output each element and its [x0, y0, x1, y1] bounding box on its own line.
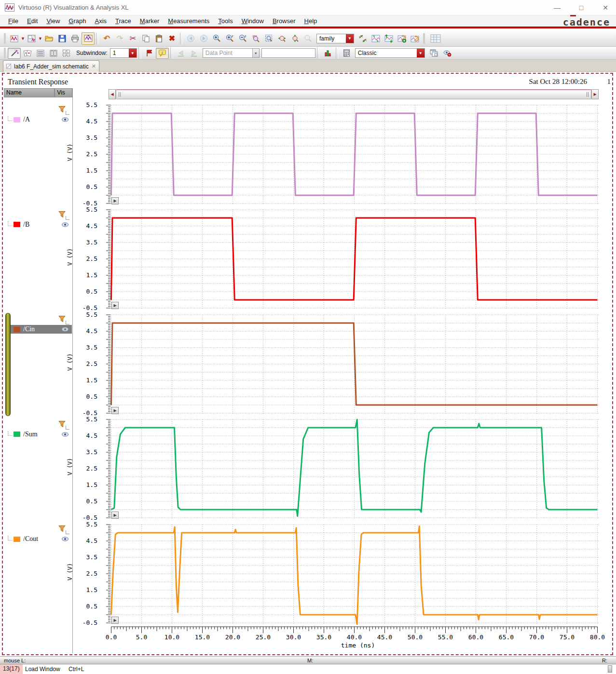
menu-view[interactable]: View: [42, 16, 64, 26]
filter-funnel-icon[interactable]: [58, 315, 68, 324]
copy-button[interactable]: [139, 32, 152, 45]
trace-color-swatch-sum[interactable]: [14, 431, 20, 437]
trace-color-swatch-b[interactable]: [14, 222, 20, 227]
visibility-eye-icon-b[interactable]: [61, 222, 69, 228]
strip-expand-button[interactable]: ▶: [111, 197, 119, 204]
histogram-button[interactable]: [321, 48, 334, 59]
redo-button[interactable]: ↷: [113, 32, 126, 45]
signal-name-a[interactable]: /A: [23, 116, 61, 123]
open-button[interactable]: [42, 32, 55, 45]
prev-point-button[interactable]: [175, 48, 188, 59]
signal-row-a[interactable]: /A: [7, 115, 72, 124]
minimize-button[interactable]: —: [553, 4, 561, 12]
menu-tools[interactable]: Tools: [214, 16, 237, 26]
waveform-plot[interactable]: [110, 418, 599, 520]
swap-axes-button[interactable]: [382, 32, 395, 45]
visibility-eye-icon-cin[interactable]: [61, 326, 69, 332]
capture-image-button[interactable]: [82, 32, 95, 45]
classic-combo[interactable]: Classic ▼: [355, 48, 425, 58]
split-strips-button[interactable]: [356, 32, 369, 45]
menu-edit[interactable]: Edit: [23, 16, 42, 26]
zoom-in-button[interactable]: [210, 32, 223, 45]
subwindow-spinner[interactable]: 1 ▼: [110, 48, 137, 58]
waveform-plot[interactable]: [110, 208, 599, 310]
trace-color-swatch-a[interactable]: [14, 117, 20, 122]
grid-layout-button[interactable]: [60, 48, 73, 59]
signal-name-cin[interactable]: /Cin: [23, 325, 61, 333]
strip-expand-button[interactable]: ▶: [111, 407, 119, 414]
selected-strip-indicator[interactable]: [5, 313, 11, 416]
new-waveform-dropdown[interactable]: ▼: [21, 33, 25, 44]
calculator-button[interactable]: [340, 48, 353, 59]
undo-button[interactable]: ↶: [100, 32, 113, 45]
value-field[interactable]: [261, 48, 315, 58]
strip-expand-button[interactable]: ▶: [111, 512, 119, 519]
table-view-button[interactable]: [427, 31, 444, 46]
menu-graph[interactable]: Graph: [64, 16, 90, 26]
hide-trace-button[interactable]: [441, 48, 454, 59]
tab-close-icon[interactable]: ✕: [92, 63, 96, 69]
classic-combo-dropdown[interactable]: ▼: [417, 49, 424, 57]
flag-button[interactable]: [143, 48, 156, 59]
visibility-eye-icon-a[interactable]: [61, 117, 69, 122]
family-combo-arrow[interactable]: ▼: [346, 34, 354, 43]
visibility-eye-icon-cout[interactable]: [61, 536, 69, 542]
previous-view-button[interactable]: [184, 32, 197, 45]
zoom-pan-button[interactable]: [249, 32, 262, 45]
trace-color-swatch-cout[interactable]: [14, 537, 20, 542]
signal-row-sum[interactable]: /Sum: [7, 430, 72, 439]
zoom-y-button[interactable]: [288, 32, 301, 45]
new-subwindow-dropdown[interactable]: ▼: [38, 33, 42, 44]
close-button[interactable]: ✕: [602, 4, 609, 12]
new-waveform-button[interactable]: [8, 32, 21, 45]
horizontal-scrollbar[interactable]: ◀ ▶: [109, 89, 599, 99]
filter-funnel-icon[interactable]: [58, 525, 68, 534]
visibility-eye-icon-sum[interactable]: [61, 431, 69, 437]
next-point-button[interactable]: [188, 48, 201, 59]
scroll-left-arrow[interactable]: ◀: [109, 89, 116, 99]
scrollbar-grip-right[interactable]: [587, 92, 589, 97]
signal-name-cout[interactable]: /Cout: [23, 535, 61, 543]
filter-funnel-icon[interactable]: [58, 211, 68, 220]
horizontal-strips-button[interactable]: [34, 48, 47, 59]
menu-help[interactable]: Help: [300, 16, 322, 26]
search-button[interactable]: [301, 32, 315, 45]
signal-row-cout[interactable]: /Cout: [7, 535, 72, 543]
cut-button[interactable]: ✂: [126, 32, 139, 45]
strip-expand-button[interactable]: ▶: [111, 302, 119, 309]
print-button[interactable]: [68, 32, 82, 45]
waveform-plot[interactable]: [110, 313, 599, 415]
zoom-fit-selection-button[interactable]: [262, 32, 275, 45]
family-combo[interactable]: family ▼: [316, 34, 354, 43]
filter-funnel-icon[interactable]: [58, 106, 68, 115]
menu-window[interactable]: Window: [237, 16, 268, 26]
cards-button[interactable]: [21, 48, 34, 59]
zoom-x-button[interactable]: [275, 32, 288, 45]
zoom-out-2x-button[interactable]: 2: [236, 32, 249, 45]
signal-row-b[interactable]: /B: [7, 220, 72, 229]
menu-browser[interactable]: Browser: [268, 16, 300, 26]
signal-name-sum[interactable]: /Sum: [23, 431, 61, 438]
name-column-header[interactable]: Name: [4, 88, 55, 97]
status-mini-scrollbar[interactable]: [608, 665, 612, 673]
reload-button[interactable]: [408, 32, 421, 45]
paste-button[interactable]: [152, 32, 165, 45]
reload-add-button[interactable]: [395, 32, 408, 45]
save-button[interactable]: [55, 32, 68, 45]
maximize-button[interactable]: □: [577, 4, 585, 12]
menu-trace[interactable]: Trace: [111, 16, 136, 26]
menu-marker[interactable]: Marker: [136, 16, 164, 26]
wizard-button[interactable]: [8, 48, 21, 59]
new-subwindow-button[interactable]: [25, 32, 38, 45]
filter-funnel-icon[interactable]: [58, 420, 68, 430]
next-view-button[interactable]: [197, 32, 210, 45]
menu-measurements[interactable]: Measurements: [164, 16, 214, 26]
combine-strips-button[interactable]: [369, 32, 382, 45]
tab-fadder-schematic[interactable]: lab6 F_Adder_sim schematic ✕: [3, 60, 99, 72]
vis-column-header[interactable]: Vis: [55, 88, 72, 97]
scrollbar-grip-left[interactable]: [119, 92, 121, 97]
trace-color-swatch-cin[interactable]: [14, 327, 20, 332]
info-callout-button[interactable]: i: [156, 48, 169, 59]
delete-button[interactable]: ✖: [165, 32, 178, 45]
strip-expand-button[interactable]: ▶: [111, 617, 119, 624]
